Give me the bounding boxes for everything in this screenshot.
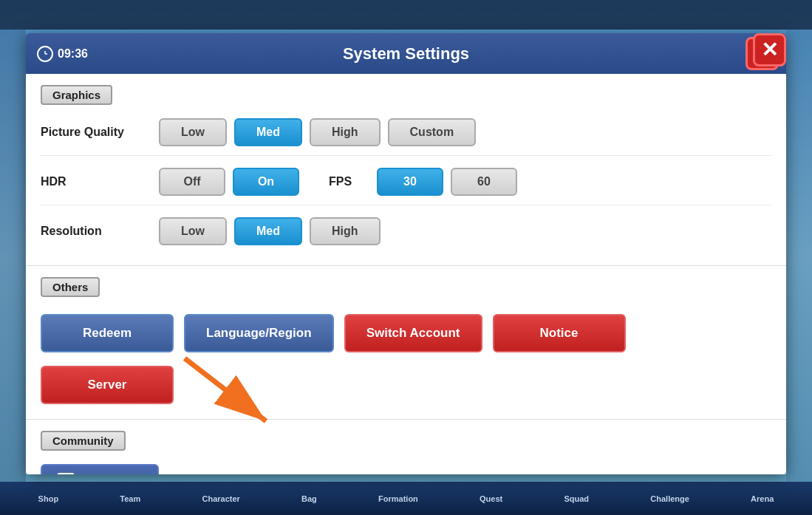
language-region-button[interactable]: Language/Region: [184, 314, 334, 352]
resolution-row: Resolution Low Med High: [41, 217, 771, 254]
nav-character[interactable]: Character: [196, 493, 245, 505]
hdr-off-button[interactable]: Off: [159, 168, 225, 196]
fps-group: 30 60: [377, 168, 517, 196]
quality-custom-button[interactable]: Custom: [388, 118, 477, 146]
resolution-high-button[interactable]: High: [310, 217, 381, 245]
server-button[interactable]: Server: [41, 366, 174, 404]
facebook-button[interactable]: f Facebook: [41, 464, 159, 474]
quality-high-button[interactable]: High: [310, 118, 381, 146]
modal-body: Graphics Picture Quality Low Med High Cu…: [26, 74, 786, 474]
hdr-group: Off On: [159, 168, 299, 196]
others-section: Others Redeem Language/Region Switch Acc…: [26, 266, 786, 420]
nav-formation[interactable]: Formation: [372, 493, 424, 505]
resolution-group: Low Med High: [159, 217, 381, 245]
hdr-label: HDR: [41, 175, 159, 188]
fps-60-button[interactable]: 60: [451, 168, 517, 196]
top-bar: [0, 0, 812, 30]
bottom-bar: Shop Team Character Bag Formation Quest …: [0, 482, 812, 515]
close-button[interactable]: ✕: [753, 33, 786, 66]
nav-bag[interactable]: Bag: [296, 493, 323, 505]
modal-header: 09:36 System Settings ✕: [26, 33, 786, 74]
others-buttons-container: Redeem Language/Region Switch Account No…: [41, 310, 771, 408]
redeem-button[interactable]: Redeem: [41, 314, 174, 352]
clock-icon: [37, 46, 53, 62]
switch-account-button[interactable]: Switch Account: [344, 314, 482, 352]
quality-med-button[interactable]: Med: [234, 118, 302, 146]
quality-low-button[interactable]: Low: [159, 118, 227, 146]
fps-label: FPS: [329, 175, 366, 188]
facebook-icon: f: [57, 473, 75, 474]
left-panel: [0, 30, 26, 482]
picture-quality-row: Picture Quality Low Med High Custom: [41, 118, 771, 156]
notice-button[interactable]: Notice: [493, 314, 626, 352]
graphics-section-label: Graphics: [41, 85, 112, 105]
resolution-med-button[interactable]: Med: [234, 217, 302, 245]
right-panel: [786, 30, 812, 482]
community-section-label: Community: [41, 431, 126, 451]
resolution-label: Resolution: [41, 225, 159, 238]
picture-quality-group: Low Med High Custom: [159, 118, 476, 146]
clock-time: 09:36: [58, 47, 88, 61]
nav-squad[interactable]: Squad: [558, 493, 595, 505]
modal-title: System Settings: [343, 44, 469, 64]
others-section-label: Others: [41, 277, 100, 297]
hdr-on-button[interactable]: On: [233, 168, 299, 196]
settings-modal: ✕ 09:36 System Settings ✕ Graphics Pictu…: [26, 33, 786, 474]
nav-shop[interactable]: Shop: [33, 493, 65, 505]
community-section: Community f Facebook V:1.6.12: [26, 420, 786, 474]
nav-arena[interactable]: Arena: [745, 493, 779, 505]
clock-area: 09:36: [37, 46, 88, 62]
hdr-fps-row: HDR Off On FPS 30 60: [41, 168, 771, 205]
picture-quality-label: Picture Quality: [41, 126, 159, 139]
fps-30-button[interactable]: 30: [377, 168, 443, 196]
graphics-section: Graphics Picture Quality Low Med High Cu…: [26, 74, 786, 266]
nav-challenge[interactable]: Challenge: [644, 493, 695, 505]
resolution-low-button[interactable]: Low: [159, 217, 227, 245]
nav-team[interactable]: Team: [114, 493, 146, 505]
nav-quest[interactable]: Quest: [474, 493, 508, 505]
